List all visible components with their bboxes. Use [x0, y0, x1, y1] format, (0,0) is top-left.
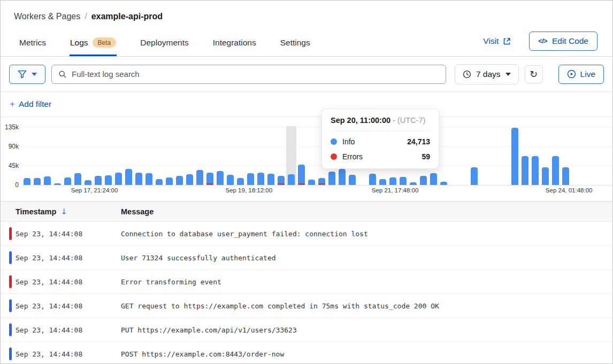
log-volume-bar[interactable]	[145, 173, 152, 185]
log-table-row[interactable]: Sep 23, 14:44:08PUT https://example.com/…	[1, 318, 612, 342]
bar-slot[interactable]	[42, 126, 52, 185]
bar-slot[interactable]	[530, 126, 540, 185]
log-volume-bar[interactable]	[74, 173, 81, 185]
log-volume-bar[interactable]	[318, 178, 325, 185]
bar-slot[interactable]	[439, 126, 449, 185]
log-volume-bar[interactable]	[257, 173, 264, 185]
log-volume-bar[interactable]	[440, 182, 447, 185]
timestamp-column-header[interactable]: Timestamp ↓	[16, 207, 121, 216]
log-volume-bar[interactable]	[237, 178, 244, 185]
bar-slot-highlighted[interactable]	[286, 126, 296, 185]
log-volume-bar[interactable]	[54, 183, 61, 185]
log-volume-bar[interactable]	[308, 180, 315, 185]
log-volume-bar[interactable]	[196, 170, 203, 185]
refresh-button[interactable]: ↻	[525, 65, 543, 83]
log-table-row[interactable]: Sep 23, 14:44:08Connection to database u…	[1, 222, 612, 246]
log-volume-bar[interactable]	[389, 177, 396, 185]
log-volume-bar[interactable]	[522, 156, 528, 185]
log-table-row[interactable]: Sep 23, 14:44:08Error transforming event	[1, 270, 612, 294]
bar-slot[interactable]	[550, 126, 561, 185]
tab-logs[interactable]: Logs Beta	[70, 32, 117, 56]
bar-slot[interactable]	[581, 126, 591, 185]
bar-slot[interactable]	[500, 126, 510, 185]
bar-slot[interactable]	[246, 126, 256, 185]
log-volume-bar[interactable]	[176, 176, 183, 185]
log-volume-bar[interactable]	[532, 156, 539, 185]
bar-slot[interactable]	[124, 126, 134, 185]
bar-slot[interactable]	[134, 126, 144, 185]
log-volume-bar[interactable]	[217, 171, 224, 185]
log-volume-bar[interactable]	[288, 174, 295, 185]
bar-slot[interactable]	[113, 126, 124, 185]
bar-slot[interactable]	[225, 126, 235, 185]
log-volume-bar[interactable]	[125, 169, 132, 185]
log-volume-bar[interactable]	[400, 177, 407, 185]
bar-slot[interactable]	[195, 126, 205, 185]
bar-slot[interactable]	[83, 126, 93, 185]
log-volume-bar[interactable]	[115, 173, 122, 185]
log-table-row[interactable]: Sep 23, 14:44:08POST https://example.com…	[1, 342, 612, 364]
log-volume-bar[interactable]	[542, 167, 549, 185]
log-volume-bar[interactable]	[156, 179, 163, 185]
log-volume-bar[interactable]	[227, 175, 234, 185]
bar-slot[interactable]	[601, 126, 611, 185]
log-volume-bar[interactable]	[298, 165, 305, 185]
log-volume-bar[interactable]	[410, 182, 417, 185]
edit-code-button[interactable]: </> Edit Code	[529, 32, 597, 51]
bar-slot[interactable]	[52, 126, 63, 185]
bar-slot[interactable]	[561, 126, 571, 185]
bar-slot[interactable]	[164, 126, 174, 185]
log-table-row[interactable]: Sep 23, 14:44:08GET request to https://e…	[1, 294, 612, 318]
bar-slot[interactable]	[144, 126, 154, 185]
bar-slot[interactable]	[205, 126, 215, 185]
bar-slot[interactable]	[306, 126, 317, 185]
bar-slot[interactable]	[459, 126, 469, 185]
log-volume-bar[interactable]	[166, 177, 173, 185]
time-range-dropdown[interactable]: 7 days	[455, 64, 519, 84]
log-volume-bar[interactable]	[64, 177, 71, 185]
log-volume-bar[interactable]	[278, 176, 285, 185]
log-volume-bar[interactable]	[186, 174, 193, 185]
log-volume-bar[interactable]	[105, 175, 112, 185]
bar-slot[interactable]	[73, 126, 83, 185]
log-table-row[interactable]: Sep 23, 14:44:08User 71324 successfully …	[1, 246, 612, 270]
add-filter-button[interactable]: + Add filter	[10, 99, 51, 110]
bar-slot[interactable]	[469, 126, 479, 185]
log-volume-bar[interactable]	[379, 179, 386, 185]
log-volume-bar[interactable]	[471, 167, 478, 185]
bar-slot[interactable]	[215, 126, 225, 185]
bar-slot[interactable]	[266, 126, 276, 185]
bar-slot[interactable]	[235, 126, 246, 185]
log-volume-bar[interactable]	[562, 167, 569, 185]
bar-slot[interactable]	[479, 126, 489, 185]
log-volume-bar[interactable]	[247, 173, 254, 185]
bar-slot[interactable]	[93, 126, 103, 185]
bar-slot[interactable]	[32, 126, 42, 185]
filter-dropdown-button[interactable]	[9, 65, 45, 84]
log-volume-bar[interactable]	[328, 172, 335, 185]
log-volume-bar[interactable]	[44, 176, 51, 185]
bar-slot[interactable]	[591, 126, 601, 185]
bar-slot[interactable]	[63, 126, 73, 185]
log-volume-bar[interactable]	[552, 156, 559, 185]
log-volume-bar[interactable]	[511, 128, 518, 185]
log-volume-bar[interactable]	[24, 178, 30, 185]
bar-slot[interactable]	[571, 126, 581, 185]
breadcrumb-workers-pages[interactable]: Workers & Pages	[14, 12, 80, 21]
bar-slot[interactable]	[103, 126, 113, 185]
bar-slot[interactable]	[154, 126, 164, 185]
tab-integrations[interactable]: Integrations	[212, 33, 257, 56]
log-volume-bar[interactable]	[95, 176, 102, 185]
bar-slot[interactable]	[174, 126, 185, 185]
log-volume-bar[interactable]	[135, 173, 142, 185]
bar-slot[interactable]	[296, 126, 306, 185]
log-volume-bar[interactable]	[339, 169, 346, 185]
log-volume-bar[interactable]	[349, 175, 356, 185]
live-button[interactable]: Live	[558, 65, 604, 84]
log-volume-bar[interactable]	[85, 180, 91, 185]
bar-slot[interactable]	[185, 126, 195, 185]
log-volume-bar[interactable]	[369, 174, 376, 185]
tab-deployments[interactable]: Deployments	[140, 33, 189, 56]
bar-slot[interactable]	[510, 126, 520, 185]
bar-slot[interactable]	[489, 126, 500, 185]
